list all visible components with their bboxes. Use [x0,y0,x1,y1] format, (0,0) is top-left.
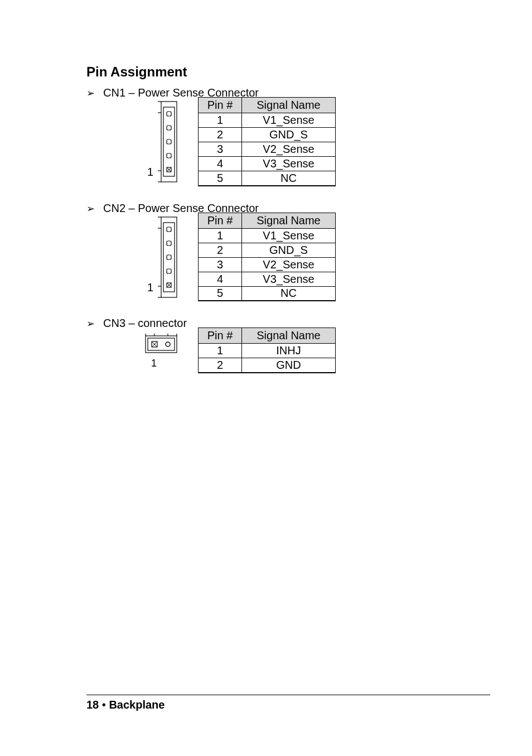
svg-rect-19 [167,227,171,232]
section-title: Pin Assignment [86,64,446,80]
header-pin: Pin # [199,213,242,228]
cell-pin: 1 [199,113,242,128]
cell-pin: 2 [199,243,242,257]
svg-rect-21 [167,255,171,259]
table-header-row: Pin # Signal Name [199,328,336,344]
header-signal: Signal Name [242,328,336,344]
cell-pin: 3 [199,257,242,272]
cell-pin: 5 [199,171,242,186]
table-row: 4V3_Sense [199,272,336,286]
connector-5pin-diagram-icon [158,100,178,183]
table-header-row: Pin # Signal Name [199,98,336,113]
cell-pin: 5 [199,286,242,301]
footer-section-name: Backplane [109,699,165,711]
table-row: 2GND [199,358,336,373]
header-pin: Pin # [199,98,242,113]
header-signal: Signal Name [242,98,336,113]
cell-signal: V2_Sense [242,142,336,157]
cell-signal: NC [242,286,336,301]
pin-table-cn1: Pin # Signal Name 1V1_Sense 2GND_S 3V2_S… [198,97,336,186]
svg-point-35 [166,342,170,346]
cell-signal: INHJ [242,344,336,358]
cell-pin: 3 [199,142,242,157]
pin-1-label: 1 [147,166,153,179]
cell-signal: GND [242,358,336,373]
table-row: 5NC [199,286,336,301]
svg-rect-14 [163,223,175,292]
table-row: 1V1_Sense [199,228,336,243]
pin-1-label: 1 [147,281,153,294]
cell-pin: 1 [199,344,242,358]
table-header-row: Pin # Signal Name [199,213,336,228]
table-row: 3V2_Sense [199,257,336,272]
table-row: 2GND_S [199,128,336,142]
cell-signal: NC [242,171,336,186]
table-row: 1V1_Sense [199,113,336,128]
cell-signal: V1_Sense [242,228,336,243]
table-row: 4V3_Sense [199,157,336,171]
svg-rect-6 [167,112,171,116]
svg-rect-22 [167,269,171,273]
cell-pin: 2 [199,358,242,373]
connector-block-cn1: CN1 – Power Sense Connector 1 [86,86,446,186]
svg-rect-1 [163,107,175,176]
footer-page-number: 18 [86,699,99,711]
connector-2pin-diagram-icon [144,331,178,359]
pin-table-cn3: Pin # Signal Name 1INHJ 2GND [198,328,336,373]
cell-signal: V3_Sense [242,157,336,171]
pin-table-cn2: Pin # Signal Name 1V1_Sense 2GND_S 3V2_S… [198,213,336,302]
connector-block-cn3: CN3 – connector 1 [86,317,446,373]
header-pin: Pin # [199,328,242,344]
cell-pin: 1 [199,228,242,243]
footer-separator: • [102,699,106,711]
table-row: 1INHJ [199,344,336,358]
cell-signal: V1_Sense [242,113,336,128]
cell-signal: V3_Sense [242,272,336,286]
cell-signal: GND_S [242,128,336,142]
connector-5pin-diagram-icon [158,216,178,298]
table-row: 5NC [199,171,336,186]
svg-rect-8 [167,139,171,144]
cell-pin: 2 [199,128,242,142]
svg-rect-7 [167,126,171,130]
cell-signal: V2_Sense [242,257,336,272]
page-footer: 18 • Backplane [86,695,490,711]
connector-block-cn2: CN2 – Power Sense Connector 1 [86,202,446,302]
header-signal: Signal Name [242,213,336,228]
svg-rect-20 [167,241,171,245]
pin-1-label: 1 [151,358,157,369]
cell-pin: 4 [199,272,242,286]
table-row: 2GND_S [199,243,336,257]
table-row: 3V2_Sense [199,142,336,157]
svg-rect-9 [167,153,171,158]
cell-signal: GND_S [242,243,336,257]
cell-pin: 4 [199,157,242,171]
